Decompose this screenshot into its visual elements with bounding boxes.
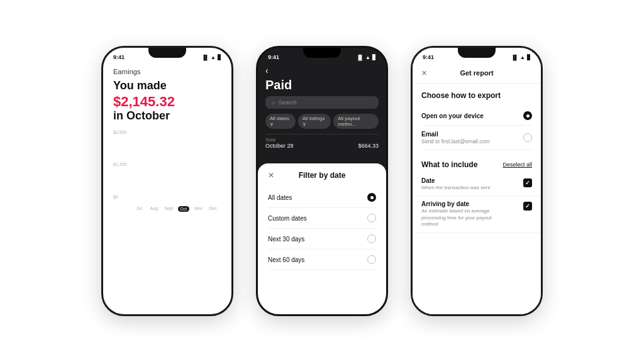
status-time-3: 9:41 [423,54,434,60]
status-icons-3: ▐▌ ▲ ▊ [511,55,531,60]
earnings-label: Earnings [113,68,221,75]
filter-close-button[interactable]: ✕ [268,171,274,180]
status-icons-1: ▐▌ ▲ ▊ [202,55,221,60]
filter-pills: All dates ∨ All listings ∨ All payout me… [265,114,379,129]
filter-next-30[interactable]: Next 30 days [268,229,376,250]
earnings-headline-1: You made [113,79,221,93]
search-icon: ⌕ [272,99,275,106]
earnings-amount: $2,145.32 [113,94,221,109]
status-icons-2: ▐▌ ▲ ▊ [357,55,376,60]
include-arriving-option[interactable]: Arriving by date An estimate based on av… [413,196,541,233]
phone-paid: 9:41 ▐▌ ▲ ▊ ‹ Paid ⌕ Search All dates ∨ … [256,46,388,316]
status-time-1: 9:41 [113,54,125,60]
filter-modal-header: ✕ Filter by date [268,171,376,180]
export-email-option[interactable]: Email Send to first.last@email.com [421,126,532,150]
filter-next-60[interactable]: Next 60 days [268,250,376,270]
phone-report: 9:41 ▐▌ ▲ ▊ ✕ Get report Choose how to e… [411,46,543,316]
radio-next-30 [367,234,376,243]
filter-modal-title: Filter by date [299,171,346,180]
include-section-title: What to include [421,160,477,169]
report-header: ✕ Get report [413,63,541,84]
chart-x-labels: Jul Aug Sept Oct Nov Dec [131,206,221,212]
radio-next-60 [367,255,376,264]
trans-main: October 28 $664.33 [265,143,379,149]
paid-title: Paid [265,78,379,92]
radio-email [523,133,532,142]
earnings-content: Earnings You made $2,145.32 in October $… [103,63,231,217]
report-title: Get report [460,69,493,77]
trans-label: Sold [265,137,379,143]
radio-all-dates-selected [367,193,376,202]
filter-modal: ✕ Filter by date All dates Custom dates … [258,163,386,314]
checkbox-arriving [523,202,532,211]
export-section: Choose how to export Open on your device… [413,84,541,154]
back-button[interactable]: ‹ [265,65,379,75]
notch-3 [458,48,496,58]
filter-dates[interactable]: All dates ∨ [265,114,296,129]
filter-listings[interactable]: All listings ∨ [298,114,331,129]
chart-bars [131,130,221,199]
phones-container: 9:41 ▐▌ ▲ ▊ Earnings You made $2,145.32 … [89,33,555,329]
deselect-all-button[interactable]: Deselect all [502,162,532,168]
radio-custom-dates [367,214,376,222]
earnings-chart: $2,500 $1,250 $0 [113,130,221,212]
include-date-option[interactable]: Date When the transaction was sent [413,173,541,196]
radio-device-selected [523,111,532,120]
report-close-button[interactable]: ✕ [421,69,427,77]
filter-all-dates[interactable]: All dates [268,187,376,208]
export-section-title: Choose how to export [421,91,532,100]
export-device-option[interactable]: Open on your device [421,106,532,126]
notch-2 [303,48,341,58]
status-time-2: 9:41 [268,54,279,60]
search-placeholder: Search [279,99,297,106]
paid-content: ‹ Paid ⌕ Search All dates ∨ All listings… [258,63,386,155]
include-header: What to include Deselect all [413,154,541,173]
earnings-period: in October [113,109,221,123]
report-modal: ✕ Get report Choose how to export Open o… [413,63,541,316]
chart-y-labels: $2,500 $1,250 $0 [113,130,131,199]
phone-earnings: 9:41 ▐▌ ▲ ▊ Earnings You made $2,145.32 … [101,46,233,316]
notch-1 [148,48,186,58]
filter-custom-dates[interactable]: Custom dates [268,208,376,229]
search-bar[interactable]: ⌕ Search [265,96,379,109]
transaction-row: Sold October 28 $664.33 [265,134,379,151]
filter-payout[interactable]: All payout metho... [333,114,379,129]
checkbox-date [523,178,532,187]
